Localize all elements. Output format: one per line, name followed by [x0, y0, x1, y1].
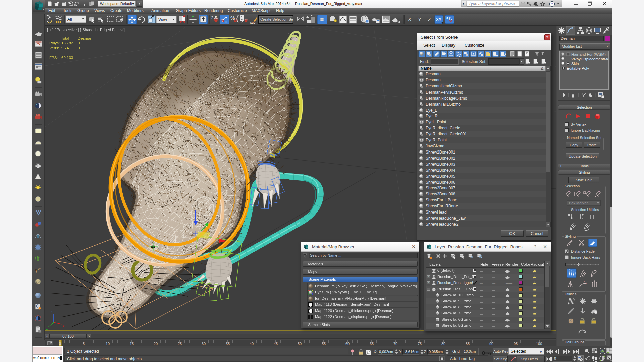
svg-text:Box Marker: Box Marker	[569, 201, 588, 205]
svg-text:?: ?	[551, 2, 553, 6]
svg-text:X: X	[408, 16, 411, 22]
svg-text:18 782: 18 782	[61, 41, 73, 45]
svg-text:Distance Fade: Distance Fade	[571, 249, 595, 253]
svg-text:Create Selection Se: Create Selection Se	[260, 17, 293, 21]
svg-text:y: y	[46, 328, 48, 330]
svg-text:Total: Total	[61, 36, 69, 40]
svg-text:Editable Poly: Editable Poly	[567, 66, 589, 70]
svg-text:69,133: 69,133	[61, 56, 73, 60]
svg-text:Z: Z	[428, 16, 431, 22]
svg-text:9 741: 9 741	[61, 46, 71, 50]
svg-text:ABC: ABC	[250, 21, 256, 24]
svg-text:2.5: 2.5	[211, 15, 217, 20]
svg-text:XY: XY	[446, 16, 451, 20]
svg-text:Verts:: Verts:	[49, 46, 59, 50]
svg-text:0: 0	[78, 41, 80, 45]
svg-text:Desman: Desman	[78, 36, 92, 40]
svg-text:[ + ] [ Perspective ] [ Shaded: [ + ] [ Perspective ] [ Shaded + Edged F…	[47, 28, 125, 32]
svg-text:0: 0	[78, 46, 80, 50]
svg-text:View: View	[158, 17, 167, 22]
svg-text:Polys:: Polys:	[49, 41, 60, 45]
svg-text:Skin: Skin	[571, 62, 579, 66]
svg-text:VRayDisplacementMod: VRayDisplacementMod	[571, 57, 608, 61]
svg-text:All: All	[67, 17, 72, 22]
svg-text:Selection Utilities: Selection Utilities	[571, 208, 599, 212]
svg-text:z: z	[51, 310, 53, 313]
svg-text:XY: XY	[436, 17, 441, 22]
svg-text:Ox: Ox	[36, 282, 38, 284]
svg-text:HF: HF	[35, 269, 39, 271]
svg-text:Ignore Back Hairs: Ignore Back Hairs	[571, 255, 600, 259]
svg-text:Y: Y	[418, 16, 421, 22]
svg-text:FPS:: FPS:	[49, 56, 58, 60]
svg-text:x: x	[63, 324, 65, 328]
